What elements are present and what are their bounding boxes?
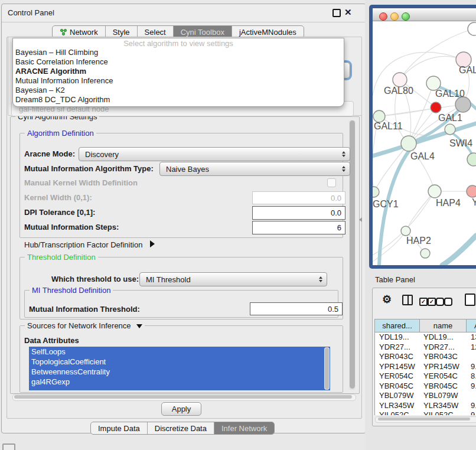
algorithm-option[interactable]: Bayesian – K2 (13, 86, 344, 95)
group-title: MI Threshold Definition (30, 286, 113, 295)
close-traffic-light-icon[interactable] (379, 12, 387, 21)
apply-button[interactable]: Apply (161, 402, 201, 416)
split-pane-icon[interactable] (402, 295, 413, 305)
network-node[interactable] (373, 110, 385, 122)
settings-vertical-scrollbar[interactable] (349, 120, 356, 390)
kernel-width-field[interactable]: 0.0 (252, 191, 345, 204)
algorithm-option[interactable]: Mutual Information Inference (13, 76, 344, 86)
tab-discretize-data[interactable]: Discretize Data (147, 422, 214, 434)
data-attributes-list: SelfLoops TopologicalCoefficient Between… (29, 347, 330, 390)
network-node[interactable] (420, 249, 430, 258)
tab-infer-network[interactable]: Infer Network (214, 422, 274, 434)
mi-type-combo[interactable]: Naive Bayes (159, 162, 350, 176)
algorithm-option-selected[interactable]: ARACNE Algorithm (13, 67, 344, 76)
network-node[interactable] (401, 136, 416, 151)
float-window-icon[interactable] (332, 9, 341, 17)
checked-checkbox-icon[interactable]: ✓ (428, 298, 436, 306)
attribute-item[interactable]: gal4RGexp (29, 377, 330, 387)
checked-checkbox-icon[interactable]: ✓ (419, 298, 428, 306)
table-row[interactable]: YDL19...YDL19...13 (375, 332, 476, 343)
application-root: Control Panel ✕ Network Style Select Cyn… (0, 0, 476, 450)
attribute-item[interactable]: SelfLoops (29, 347, 330, 357)
network-graph: GAL GAL80 GAL10 GAL1 GAL11 SWI4 GAL4 GCY… (373, 21, 476, 265)
algorithm-option[interactable]: Dream8 DC_TDC Algorithm (13, 95, 344, 105)
table-row[interactable]: YBL079WYBL079W (375, 391, 476, 401)
network-view-window: GAL GAL80 GAL10 GAL1 GAL11 SWI4 GAL4 GCY… (369, 5, 476, 269)
mi-steps-field[interactable]: 6 (252, 221, 345, 234)
attribute-item[interactable]: TopologicalCoefficient (29, 357, 330, 367)
tab-select[interactable]: Select (137, 26, 173, 38)
network-node[interactable] (467, 185, 476, 197)
table-row[interactable]: YLR345WYLR345W9. (375, 401, 476, 411)
scrollbar-thumb[interactable] (325, 348, 329, 389)
table-horizontal-scrollbar[interactable] (375, 416, 476, 423)
network-node[interactable] (468, 22, 476, 35)
settings-horizontal-scrollbar[interactable] (12, 394, 356, 401)
scrollbar-thumb[interactable] (378, 418, 470, 420)
splitter-handle[interactable] (359, 217, 362, 222)
column-header-name[interactable]: name (420, 319, 467, 332)
attribute-item[interactable]: BetweennessCentrality (29, 367, 330, 377)
network-node[interactable] (455, 97, 471, 112)
aracne-mode-combo[interactable]: Discovery (79, 147, 350, 161)
tab-label: Discretize Data (155, 424, 207, 433)
manual-kernel-checkbox[interactable] (327, 178, 336, 187)
network-node[interactable] (467, 153, 476, 166)
scrollbar-thumb[interactable] (14, 395, 352, 399)
tab-impute-data[interactable]: Impute Data (91, 422, 147, 434)
aracne-mode-label: Aracne Mode: (24, 149, 75, 158)
network-node[interactable] (401, 226, 410, 236)
which-threshold-combo[interactable]: MI Threshold (139, 272, 327, 286)
document-icon[interactable] (465, 294, 475, 306)
apply-label: Apply (172, 405, 191, 413)
attributes-scrollbar[interactable] (324, 347, 330, 390)
node-label: HAP2 (406, 236, 431, 246)
sources-toggle[interactable]: Sources for Network Inference (25, 321, 145, 330)
node-label: GAL (459, 65, 476, 75)
table-row[interactable]: YDR27...YDR27...12 (375, 343, 476, 353)
hub-definition-toggle[interactable]: Hub/Transcription Factor Definition (24, 240, 155, 249)
table-row[interactable]: YPR145WYPR145W9. (375, 362, 476, 372)
network-window-titlebar[interactable] (373, 8, 476, 21)
minimize-traffic-light-icon[interactable] (390, 12, 399, 21)
network-node-selected[interactable] (431, 102, 441, 113)
which-threshold-label: Which threshold to use: (51, 275, 139, 283)
docked-window-icon[interactable] (2, 444, 15, 450)
close-icon[interactable]: ✕ (344, 9, 351, 16)
mi-threshold-field[interactable]: 0.5 (250, 302, 343, 315)
column-header-shared-name[interactable]: shared... (375, 319, 420, 332)
manual-kernel-label: Manual Kernel Width Definition (24, 178, 138, 187)
network-canvas[interactable]: GAL GAL80 GAL10 GAL1 GAL11 SWI4 GAL4 GCY… (373, 21, 476, 265)
sources-title: Sources for Network Inference (27, 321, 131, 330)
zoom-traffic-light-icon[interactable] (402, 12, 410, 21)
unchecked-checkbox-icon[interactable] (444, 298, 452, 306)
node-label: GCY1 (373, 199, 399, 209)
tab-cyni-toolbox[interactable]: Cyni Toolbox (173, 26, 232, 38)
gear-icon[interactable]: ⚙ (382, 293, 392, 306)
table-row[interactable]: YBR043CYBR043C (375, 352, 476, 362)
column-header-partial[interactable]: A (467, 319, 476, 332)
network-node[interactable] (373, 187, 379, 197)
algorithm-option[interactable]: Basic Correlation Inference (13, 57, 344, 67)
tab-jactivemnodules[interactable]: jActiveMNodules (232, 26, 304, 38)
header-label: shared... (382, 321, 412, 330)
tab-style[interactable]: Style (105, 26, 137, 38)
node-label: GAL1 (438, 113, 462, 123)
hub-definition-label: Hub/Transcription Factor Definition (24, 240, 142, 249)
table-row[interactable]: YER054CYER054C8. (375, 371, 476, 381)
expand-right-icon (150, 240, 155, 247)
scrollbar-thumb[interactable] (350, 120, 355, 389)
network-node[interactable] (393, 73, 407, 87)
dpi-tolerance-field[interactable]: 0.0 (252, 206, 345, 220)
node-label: GAL4 (410, 151, 435, 161)
algorithm-dropdown-popup: Select algorithm to view settings Bayesi… (12, 38, 344, 107)
network-node[interactable] (428, 185, 441, 198)
table-row[interactable]: YIL052CYIL052C9. (375, 410, 476, 415)
tab-label: jActiveMNodules (239, 28, 296, 37)
kernel-width-label: Kernel Width (0,1): (24, 193, 92, 202)
tab-network[interactable]: Network (53, 26, 105, 38)
unchecked-checkbox-icon[interactable] (436, 298, 444, 306)
table-row[interactable]: YBR045CYBR045C9. (375, 381, 476, 392)
algorithm-option[interactable]: Bayesian – Hill Climbing (13, 48, 344, 57)
network-node[interactable] (445, 124, 455, 135)
